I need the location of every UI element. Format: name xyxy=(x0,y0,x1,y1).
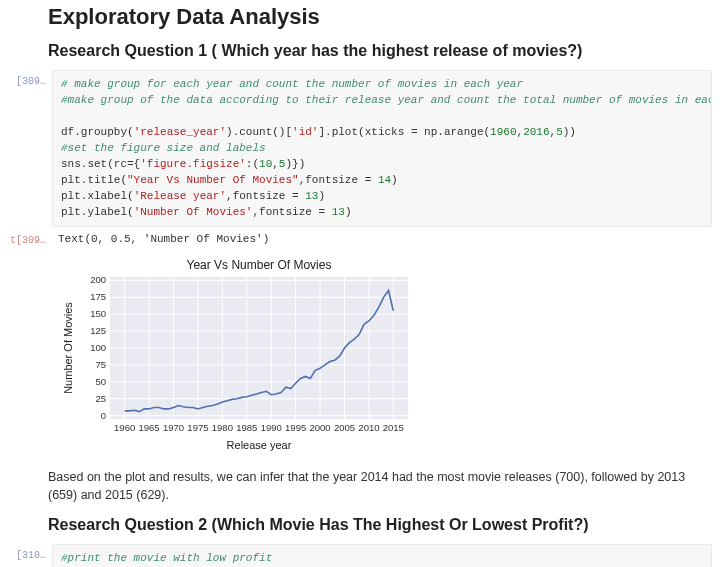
svg-text:Number Of Movies: Number Of Movies xyxy=(62,302,74,394)
input-prompt-310: [310… xyxy=(8,544,52,567)
svg-text:2000: 2000 xyxy=(309,422,330,433)
svg-text:175: 175 xyxy=(90,292,106,303)
svg-text:200: 200 xyxy=(90,275,106,286)
code-cell-309[interactable]: [309… # make group for each year and cou… xyxy=(8,70,712,227)
svg-text:1990: 1990 xyxy=(261,422,282,433)
svg-text:1975: 1975 xyxy=(187,422,208,433)
chart-output-309: 0255075100125150175200196019651970197519… xyxy=(8,251,712,459)
svg-text:Year Vs Number Of Movies: Year Vs Number Of Movies xyxy=(187,258,332,272)
svg-text:100: 100 xyxy=(90,342,106,353)
svg-text:125: 125 xyxy=(90,326,106,337)
svg-text:75: 75 xyxy=(95,359,106,370)
code-310-body[interactable]: #print the movie with low profit df['pro… xyxy=(52,544,712,567)
svg-text:2010: 2010 xyxy=(358,422,379,433)
svg-text:1960: 1960 xyxy=(114,422,135,433)
svg-text:25: 25 xyxy=(95,393,106,404)
chart-container: 0255075100125150175200196019651970197519… xyxy=(52,251,712,459)
svg-text:2015: 2015 xyxy=(383,422,404,433)
q1-conclusion: Based on the plot and results, we can in… xyxy=(48,469,712,504)
line-chart: 0255075100125150175200196019651970197519… xyxy=(58,255,418,455)
svg-text:1965: 1965 xyxy=(139,422,160,433)
code-309-body[interactable]: # make group for each year and count the… xyxy=(52,70,712,227)
q1-heading: Research Question 1 ( Which year has the… xyxy=(48,42,712,60)
svg-text:2005: 2005 xyxy=(334,422,355,433)
svg-text:1985: 1985 xyxy=(236,422,257,433)
svg-text:1970: 1970 xyxy=(163,422,184,433)
svg-text:150: 150 xyxy=(90,309,106,320)
eda-heading: Exploratory Data Analysis xyxy=(48,4,712,30)
code-cell-310[interactable]: [310… #print the movie with low profit d… xyxy=(8,544,712,567)
svg-text:50: 50 xyxy=(95,376,106,387)
svg-text:0: 0 xyxy=(101,410,106,421)
output-prompt-309: t[309… xyxy=(8,229,52,249)
svg-text:1980: 1980 xyxy=(212,422,233,433)
svg-text:1995: 1995 xyxy=(285,422,306,433)
q2-heading: Research Question 2 (Which Movie Has The… xyxy=(48,516,712,534)
svg-text:Release year: Release year xyxy=(227,439,292,451)
output-309-body: Text(0, 0.5, 'Number Of Movies') xyxy=(52,229,712,249)
output-text-309: t[309… Text(0, 0.5, 'Number Of Movies') xyxy=(8,229,712,249)
input-prompt-309: [309… xyxy=(8,70,52,227)
